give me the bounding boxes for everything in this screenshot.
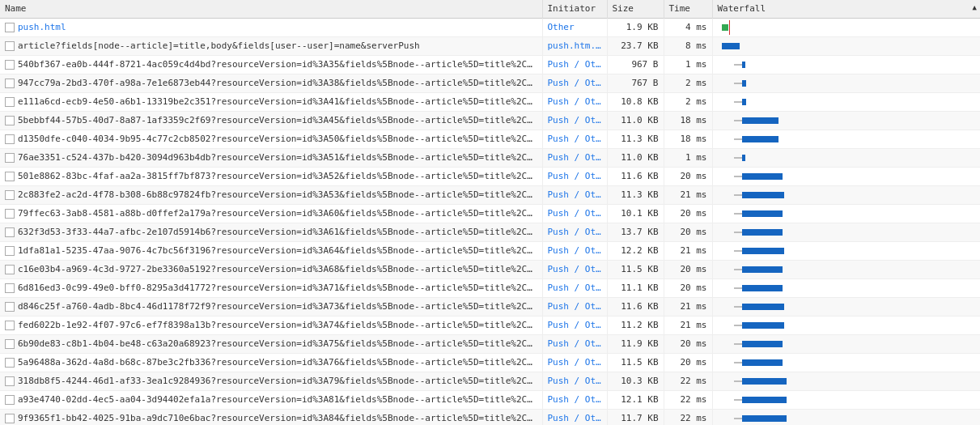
- row-checkbox[interactable]: [5, 134, 15, 144]
- table-row[interactable]: 540bf367-ea0b-444f-8721-4ac059c4d4bd?res…: [0, 56, 980, 74]
- time-cell: 21 ms: [664, 298, 712, 317]
- table-row[interactable]: fed6022b-1e92-4f07-97c6-ef7f8398a13b?res…: [0, 317, 980, 335]
- row-checkbox[interactable]: [5, 79, 15, 88]
- row-checkbox[interactable]: [5, 153, 15, 163]
- row-checkbox[interactable]: [5, 41, 15, 51]
- size-cell: 11.6 KB: [607, 298, 664, 317]
- table-body: push.htmlOther1.9 KB4 msarticle?fields[n…: [0, 19, 980, 426]
- row-checkbox[interactable]: [5, 414, 15, 423]
- table-row[interactable]: 6d816ed3-0c99-49e0-bff0-8295a3d41772?res…: [0, 279, 980, 298]
- size-cell: 11.6 KB: [607, 168, 664, 186]
- initiator-cell: Push / Ot...: [542, 354, 607, 372]
- size-cell: 11.1 KB: [607, 279, 664, 298]
- table-row[interactable]: 6b90de83-c8b1-4b04-be48-c63a20a68923?res…: [0, 335, 980, 354]
- wf-bar: [742, 173, 783, 180]
- name-cell: 6d816ed3-0c99-49e0-bff0-8295a3d41772?res…: [0, 279, 542, 298]
- table-row[interactable]: article?fields[node--article]=title,body…: [0, 37, 980, 56]
- wf-bar: [742, 62, 745, 68]
- row-checkbox[interactable]: [5, 358, 15, 368]
- table-row[interactable]: 2c883fe2-ac2d-4f78-b308-6b88c97824fb?res…: [0, 186, 980, 205]
- waterfall-cell: [712, 298, 980, 317]
- name-cell: a93e4740-02dd-4ec5-aa04-3d94402efa1a?res…: [0, 391, 542, 410]
- row-checkbox[interactable]: [5, 60, 15, 70]
- row-checkbox[interactable]: [5, 376, 15, 386]
- time-cell: 2 ms: [664, 93, 712, 112]
- initiator-cell: Push / Ot...: [542, 298, 607, 317]
- time-cell: 21 ms: [664, 317, 712, 335]
- wf-waiting: [734, 380, 742, 382]
- name-cell: 6b90de83-c8b1-4b04-be48-c63a20a68923?res…: [0, 335, 542, 354]
- row-checkbox[interactable]: [5, 23, 15, 32]
- row-checkbox[interactable]: [5, 265, 15, 274]
- table-row[interactable]: 1dfa81a1-5235-47aa-9076-4c7bc56f3196?res…: [0, 242, 980, 261]
- table-row[interactable]: 5bebbf44-57b5-40d7-8a87-1af3359c2f69?res…: [0, 112, 980, 130]
- row-checkbox[interactable]: [5, 172, 15, 181]
- row-checkbox[interactable]: [5, 246, 15, 256]
- row-checkbox[interactable]: [5, 116, 15, 125]
- name-text: d1350dfe-c040-4034-9b95-4c77c2cb8502?res…: [18, 134, 537, 144]
- table-row[interactable]: d1350dfe-c040-4034-9b95-4c77c2cb8502?res…: [0, 130, 980, 149]
- row-checkbox[interactable]: [5, 395, 15, 405]
- wf-waiting: [734, 213, 742, 215]
- table-row[interactable]: 79ffec63-3ab8-4581-a88b-d0ffef2a179a?res…: [0, 205, 980, 223]
- time-cell: 20 ms: [664, 223, 712, 242]
- initiator-cell: Push / Ot...: [542, 149, 607, 168]
- col-time[interactable]: Time: [664, 0, 712, 18]
- size-cell: 11.0 KB: [607, 112, 664, 130]
- table-row[interactable]: 5a96488a-362d-4a8d-b68c-87be3c2fb336?res…: [0, 354, 980, 372]
- table-row[interactable]: 947cc79a-2bd3-470f-a98a-7e1e6873eb44?res…: [0, 74, 980, 93]
- size-cell: 767 B: [607, 74, 664, 93]
- table-row[interactable]: e111a6cd-ecb9-4e50-a6b1-13319be2c351?res…: [0, 93, 980, 112]
- row-checkbox[interactable]: [5, 209, 15, 219]
- table-row[interactable]: c16e03b4-a969-4c3d-9727-2be3360a5192?res…: [0, 261, 980, 279]
- time-cell: 20 ms: [664, 261, 712, 279]
- time-cell: 1 ms: [664, 56, 712, 74]
- table-row[interactable]: 501e8862-83bc-4faf-aa2a-3815ff7bf873?res…: [0, 168, 980, 186]
- name-cell: d846c25f-a760-4adb-8bc4-46d1178f72f9?res…: [0, 298, 542, 317]
- table-row[interactable]: 632f3d53-3f33-44a7-afbc-2e107d5914b6?res…: [0, 223, 980, 242]
- name-text: 5a96488a-362d-4a8d-b68c-87be3c2fb336?res…: [18, 357, 537, 368]
- row-checkbox[interactable]: [5, 190, 15, 200]
- name-text: 6d816ed3-0c99-49e0-bff0-8295a3d41772?res…: [18, 283, 537, 293]
- wf-waiting: [734, 64, 742, 66]
- wf-bar: [722, 43, 740, 49]
- initiator-cell: Push / Ot...: [542, 223, 607, 242]
- row-checkbox[interactable]: [5, 97, 15, 107]
- table-row[interactable]: d846c25f-a760-4adb-8bc4-46d1178f72f9?res…: [0, 298, 980, 317]
- row-checkbox[interactable]: [5, 339, 15, 349]
- size-cell: 11.2 KB: [607, 317, 664, 335]
- table-row[interactable]: 9f9365f1-bb42-4025-91ba-a9dc710e6bac?res…: [0, 410, 980, 426]
- col-size[interactable]: Size: [607, 0, 664, 18]
- col-initiator[interactable]: Initiator: [542, 0, 607, 18]
- col-waterfall[interactable]: Waterfall ▲: [712, 0, 980, 18]
- initiator-cell: Push / Ot...: [542, 168, 607, 186]
- table-row[interactable]: 76ae3351-c524-437b-b420-3094d963b4db?res…: [0, 149, 980, 168]
- time-cell: 20 ms: [664, 168, 712, 186]
- name-cell: c16e03b4-a969-4c3d-9727-2be3360a5192?res…: [0, 261, 542, 279]
- name-text: 9f9365f1-bb42-4025-91ba-a9dc710e6bac?res…: [18, 413, 537, 423]
- initiator-cell: push.htm...: [542, 37, 607, 56]
- table-row[interactable]: push.htmlOther1.9 KB4 ms: [0, 19, 980, 37]
- wf-bar: [742, 304, 785, 310]
- time-cell: 18 ms: [664, 130, 712, 149]
- name-cell: d1350dfe-c040-4034-9b95-4c77c2cb8502?res…: [0, 130, 542, 149]
- col-name[interactable]: Name: [0, 0, 542, 18]
- waterfall-cell: [712, 223, 980, 242]
- row-checkbox[interactable]: [5, 283, 15, 293]
- row-checkbox[interactable]: [5, 302, 15, 312]
- table-row[interactable]: a93e4740-02dd-4ec5-aa04-3d94402efa1a?res…: [0, 391, 980, 410]
- time-cell: 18 ms: [664, 112, 712, 130]
- waterfall-cell: [712, 93, 980, 112]
- initiator-cell: Other: [542, 19, 607, 37]
- time-cell: 22 ms: [664, 410, 712, 426]
- wf-waiting: [734, 418, 742, 419]
- row-checkbox[interactable]: [5, 227, 15, 237]
- wf-waiting: [734, 120, 742, 121]
- row-checkbox[interactable]: [5, 321, 15, 330]
- name-text: c16e03b4-a969-4c3d-9727-2be3360a5192?res…: [18, 264, 537, 274]
- network-panel: Name Initiator Size Time Waterfall ▲ pus…: [0, 0, 980, 425]
- size-cell: 11.3 KB: [607, 130, 664, 149]
- table-row[interactable]: 318db8f5-4244-46d1-af33-3ea1c9284936?res…: [0, 372, 980, 391]
- wf-bar: [742, 99, 746, 105]
- wf-waiting: [734, 176, 742, 177]
